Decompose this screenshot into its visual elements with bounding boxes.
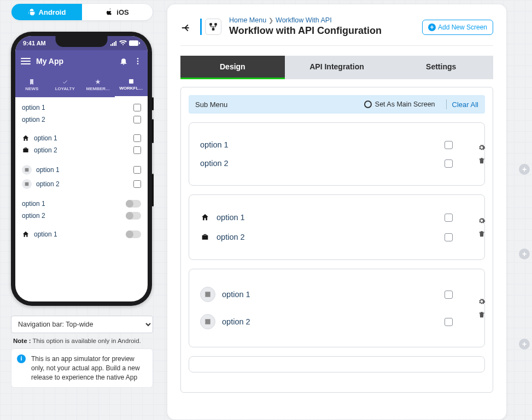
config-tabs: Design API Integration Settings: [180, 56, 493, 79]
checkbox[interactable]: [445, 233, 453, 241]
page-title: Workflow with API Configuration: [229, 25, 414, 37]
option-card[interactable]: option 1 option 2: [189, 122, 485, 186]
breadcrumb-home[interactable]: Home Menu: [229, 16, 266, 24]
submenu-label: Sub Menu: [195, 100, 364, 109]
checkbox[interactable]: [445, 291, 453, 299]
gear-icon[interactable]: [478, 144, 486, 151]
svg-point-8: [137, 63, 139, 64]
card-row: option 2: [200, 230, 453, 244]
tab-design[interactable]: Design: [180, 56, 285, 79]
set-main-screen-radio[interactable]: [364, 100, 372, 108]
checkbox[interactable]: [445, 141, 453, 149]
checkbox[interactable]: [133, 180, 141, 188]
list-item[interactable]: option 1: [15, 198, 148, 210]
card-row: option 1: [200, 210, 453, 224]
phone-app-bar: My App: [15, 50, 148, 72]
option-card[interactable]: option 1 option 2: [189, 194, 485, 260]
svg-rect-9: [129, 79, 133, 84]
list-item[interactable]: option 2: [15, 144, 148, 156]
svg-rect-12: [212, 28, 215, 31]
breadcrumb: Home Menu ❯ Workflow With API: [229, 16, 414, 24]
list-item[interactable]: option 1: [15, 163, 148, 177]
wifi-icon: [119, 40, 127, 46]
phone-tab-member[interactable]: MEMBER…: [81, 72, 115, 97]
phone-simulator: 9:41 AM My App NEWS LOYALTY MEMBER… WORK…: [11, 32, 152, 306]
set-main-screen-label: Set As Main Screen: [375, 100, 435, 108]
platform-android-label: Android: [39, 8, 66, 16]
signal-icon: [110, 40, 117, 46]
list-item[interactable]: option 1: [15, 228, 148, 240]
svg-point-7: [137, 61, 139, 62]
trash-icon[interactable]: [478, 157, 486, 164]
config-panel: Home Menu ❯ Workflow With API Workflow w…: [167, 4, 506, 419]
add-card-button[interactable]: +: [519, 339, 530, 350]
svg-rect-10: [209, 23, 212, 26]
phone-content: option 1 option 2 option 1 option 2 opti…: [15, 97, 148, 301]
card-row: option 2: [200, 312, 453, 332]
add-new-screen-button[interactable]: + Add New Screen: [422, 20, 493, 35]
platform-toggle: Android iOS: [11, 3, 153, 21]
workflow-icon-wrap: [200, 19, 221, 35]
checkbox[interactable]: [445, 214, 453, 222]
trash-icon[interactable]: [478, 311, 486, 318]
info-icon: i: [17, 354, 26, 363]
more-icon[interactable]: [133, 57, 142, 66]
checkbox[interactable]: [133, 104, 141, 111]
tab-api-integration[interactable]: API Integration: [285, 56, 389, 79]
phone-tab-workflow[interactable]: WORKFL…: [115, 72, 148, 97]
svg-rect-11: [214, 23, 217, 26]
card-row: option 2: [200, 157, 453, 170]
design-area: Sub Menu Set As Main Screen Clear All op…: [180, 87, 493, 393]
battery-icon: [129, 40, 140, 46]
bell-icon[interactable]: [119, 57, 128, 66]
option-card[interactable]: option 1 option 2: [189, 269, 485, 347]
back-button[interactable]: [180, 22, 192, 34]
list-item[interactable]: option 1: [15, 132, 148, 144]
breadcrumb-current: Workflow With API: [276, 16, 332, 24]
info-box: i This is an app simulator for preview o…: [11, 348, 153, 388]
checkbox[interactable]: [133, 166, 141, 174]
checkbox[interactable]: [445, 318, 453, 326]
checkbox[interactable]: [133, 116, 141, 123]
clear-all-link[interactable]: Clear All: [452, 100, 478, 109]
list-item[interactable]: option 2: [15, 114, 148, 126]
card-row: option 1: [200, 138, 453, 151]
trash-icon[interactable]: [478, 230, 486, 238]
nav-bar-select[interactable]: Navigation bar: Top-wide: [11, 316, 153, 333]
image-icon: [200, 314, 215, 329]
toggle[interactable]: [126, 212, 141, 220]
plus-icon: +: [428, 23, 436, 31]
platform-ios-label: iOS: [116, 8, 128, 16]
home-icon: [22, 134, 30, 142]
toggle[interactable]: [126, 230, 141, 238]
svg-rect-5: [139, 42, 140, 44]
svg-point-6: [137, 58, 139, 60]
checkbox[interactable]: [133, 134, 141, 142]
list-item[interactable]: option 2: [15, 210, 148, 222]
home-icon: [200, 212, 210, 222]
checkbox[interactable]: [445, 159, 453, 168]
note-text: Note : This option is available only in …: [11, 338, 153, 344]
phone-tab-loyalty[interactable]: LOYALTY: [49, 72, 82, 97]
list-item[interactable]: option 1: [15, 102, 148, 114]
platform-ios[interactable]: iOS: [82, 4, 153, 20]
toggle[interactable]: [126, 200, 141, 208]
menu-icon[interactable]: [21, 58, 31, 64]
briefcase-icon: [22, 146, 30, 154]
phone-time: 9:41 AM: [23, 40, 46, 46]
checkbox[interactable]: [133, 146, 141, 154]
phone-tab-news[interactable]: NEWS: [15, 72, 49, 97]
gear-icon[interactable]: [478, 217, 486, 224]
add-card-button[interactable]: +: [519, 249, 530, 259]
list-item[interactable]: option 2: [15, 177, 148, 191]
option-card[interactable]: [189, 356, 485, 372]
tab-settings[interactable]: Settings: [389, 56, 493, 79]
image-icon: [22, 165, 32, 175]
image-icon: [22, 179, 32, 189]
gear-icon[interactable]: [478, 298, 486, 305]
platform-android[interactable]: Android: [11, 4, 82, 20]
briefcase-icon: [200, 232, 210, 242]
add-card-button[interactable]: +: [519, 164, 530, 175]
svg-rect-3: [115, 41, 116, 46]
workflow-icon: [205, 19, 221, 35]
